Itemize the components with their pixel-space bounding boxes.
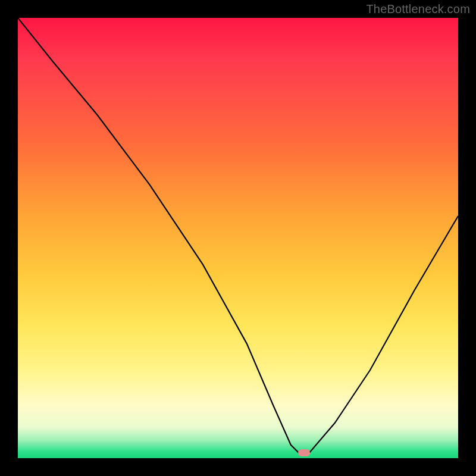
optimal-point-marker	[298, 449, 310, 456]
watermark-text: TheBottleneck.com	[366, 2, 470, 16]
chart-frame: TheBottleneck.com	[0, 0, 476, 476]
bottleneck-curve	[18, 18, 458, 458]
plot-area	[18, 18, 458, 458]
curve-path	[18, 18, 458, 454]
